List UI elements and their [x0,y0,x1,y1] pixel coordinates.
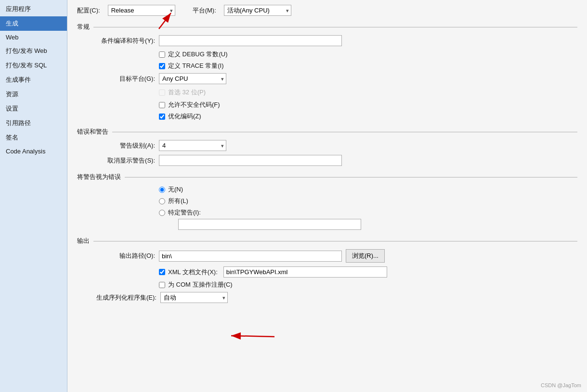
define-trace-label: 定义 TRACE 常量(I) [168,62,224,70]
radio-all-row: 所有(L) [159,197,577,205]
optimize-label: 优化编码(Z) [168,112,201,121]
conditional-compilation-input[interactable] [159,35,342,46]
treat-warnings-section-header: 将警告视为错误 [77,173,577,181]
radio-specific-label: 特定警告(I): [168,208,201,217]
optimize-checkbox[interactable] [159,114,165,120]
sidebar: 应用程序 生成 Web 打包/发布 Web 打包/发布 SQL 生成事件 资源 … [0,0,67,392]
sidebar-item-publish-sql[interactable]: 打包/发布 SQL [0,58,67,73]
suppress-warnings-input[interactable] [159,155,342,166]
radio-all[interactable] [159,198,165,204]
com-interop-label: 为 COM 互操作注册(C) [168,280,233,289]
serialization-row: 生成序列化程序集(E): 自动 开 关 [77,292,577,303]
warning-level-select-wrapper: 4 0 1 2 3 [159,140,226,151]
xml-doc-label: XML 文档文件(X): [168,268,218,277]
target-platform-select-wrapper: Any CPU x86 x64 [159,73,226,84]
allow-unsafe-label: 允许不安全代码(F) [168,101,220,109]
prefer32-row: 首选 32 位(P) [77,88,577,97]
config-select[interactable]: Release Debug 活动(Release) [108,5,175,16]
target-platform-row: 目标平台(G): Any CPU x86 x64 [77,73,577,84]
sidebar-item-resources[interactable]: 资源 [0,87,67,101]
sidebar-item-code-analysis[interactable]: Code Analysis [0,145,67,158]
com-interop-row: 为 COM 互操作注册(C) [77,280,577,289]
sidebar-item-web[interactable]: Web [0,31,67,44]
define-trace-row: 定义 TRACE 常量(I) [77,62,577,70]
target-platform-select[interactable]: Any CPU x86 x64 [159,73,226,84]
specific-warnings-input[interactable] [178,219,361,230]
general-section-header: 常规 [77,23,577,31]
prefer32-checkbox[interactable] [159,89,165,96]
sidebar-item-signing[interactable]: 签名 [0,130,67,145]
suppress-warnings-row: 取消显示警告(S): [77,155,577,166]
define-trace-checkbox[interactable] [159,63,165,69]
top-bar: 配置(C): Release Debug 活动(Release) 平台(M): … [77,5,577,16]
radio-all-label: 所有(L) [168,197,188,205]
config-label: 配置(C): [77,6,100,15]
radio-none[interactable] [159,187,165,193]
output-path-row: 输出路径(O): 浏览(R)... [77,249,577,263]
radio-specific[interactable] [159,210,165,216]
define-debug-label: 定义 DEBUG 常数(U) [168,50,228,59]
platform-select-wrapper: 活动(Any CPU) Any CPU x86 x64 [224,5,291,16]
main-content: 配置(C): Release Debug 活动(Release) 平台(M): … [67,0,587,392]
allow-unsafe-checkbox[interactable] [159,102,165,108]
sidebar-item-build-events[interactable]: 生成事件 [0,73,67,87]
warning-level-label: 警告级别(A): [96,141,159,150]
sidebar-item-application[interactable]: 应用程序 [0,2,67,16]
output-section-header: 输出 [77,237,577,245]
output-path-input[interactable] [159,251,342,262]
browse-button[interactable]: 浏览(R)... [346,249,385,263]
watermark: CSDN @JagTom [541,382,581,388]
allow-unsafe-row: 允许不安全代码(F) [77,101,577,109]
serialization-label: 生成序列化程序集(E): [96,293,160,302]
define-debug-checkbox[interactable] [159,51,165,58]
platform-select[interactable]: 活动(Any CPU) Any CPU x86 x64 [224,5,291,16]
sidebar-item-reference-paths[interactable]: 引用路径 [0,116,67,130]
serialization-select[interactable]: 自动 开 关 [160,292,228,303]
xml-doc-row: XML 文档文件(X): [77,266,577,278]
optimize-row: 优化编码(Z) [77,112,577,121]
errors-section-header: 错误和警告 [77,127,577,136]
radio-specific-row: 特定警告(I): [159,208,577,217]
sidebar-item-build[interactable]: 生成 [0,16,67,31]
warning-level-row: 警告级别(A): 4 0 1 2 3 [77,140,577,151]
sidebar-item-settings[interactable]: 设置 [0,101,67,116]
com-interop-checkbox[interactable] [159,282,165,288]
sidebar-item-publish-web[interactable]: 打包/发布 Web [0,44,67,58]
conditional-compilation-label: 条件编译和符号(Y): [96,37,159,45]
xml-doc-input[interactable] [223,266,387,278]
warning-level-select[interactable]: 4 0 1 2 3 [159,140,226,151]
radio-group-treat-warnings: 无(N) 所有(L) 特定警告(I): [77,185,577,217]
platform-label: 平台(M): [193,6,216,15]
output-path-label: 输出路径(O): [96,252,159,260]
radio-none-row: 无(N) [159,185,577,194]
radio-none-label: 无(N) [168,185,183,194]
xml-doc-checkbox[interactable] [159,269,165,275]
prefer32-label: 首选 32 位(P) [168,88,206,97]
define-debug-row: 定义 DEBUG 常数(U) [77,50,577,59]
config-select-wrapper: Release Debug 活动(Release) [108,5,175,16]
conditional-compilation-row: 条件编译和符号(Y): [77,35,577,46]
serialization-select-wrapper: 自动 开 关 [160,292,228,303]
suppress-warnings-label: 取消显示警告(S): [96,156,159,165]
specific-warnings-input-row [77,219,577,230]
target-platform-label: 目标平台(G): [96,75,159,83]
